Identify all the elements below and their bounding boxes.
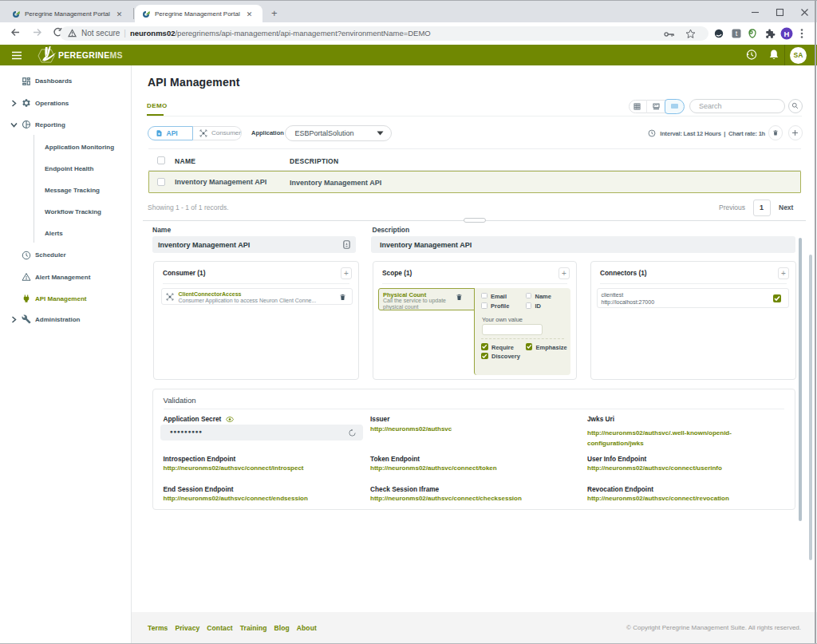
svg-text:H: H: [784, 30, 790, 38]
